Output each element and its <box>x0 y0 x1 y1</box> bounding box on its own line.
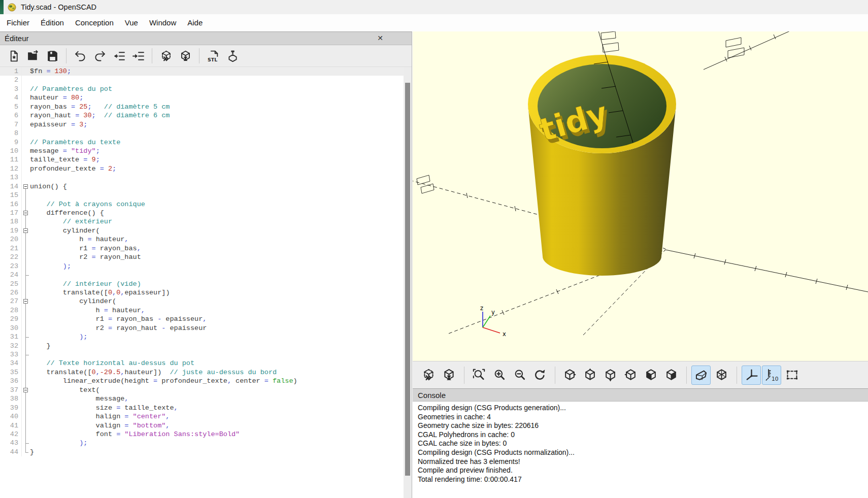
unindent-button[interactable] <box>109 47 128 65</box>
console-line: CGAL cache size in bytes: 0 <box>418 439 868 448</box>
toolbar-separator <box>555 367 555 384</box>
code-text: cylinder( <box>30 297 404 306</box>
view-right-button[interactable] <box>560 366 579 385</box>
new-file-button[interactable] <box>4 47 23 65</box>
fold-margin <box>21 103 30 111</box>
code-text: r1 = rayon_bas, <box>30 244 404 253</box>
fold-toggle-icon[interactable] <box>23 299 28 304</box>
fold-margin <box>21 324 30 333</box>
open-icon <box>27 50 40 62</box>
fold-margin <box>21 404 30 412</box>
show-scale-markers-icon: 10 <box>765 368 779 382</box>
editor-scrollbar[interactable] <box>404 67 412 498</box>
fold-margin <box>21 93 30 102</box>
editor-panel: Éditeur ✕ STL 1$fn = 130;23// Paramètres… <box>0 31 412 498</box>
fold-margin <box>21 306 30 315</box>
preview-button[interactable] <box>156 47 176 65</box>
save-icon <box>46 50 59 62</box>
fold-toggle-icon[interactable] <box>23 184 28 189</box>
fold-toggle-icon[interactable] <box>23 388 28 392</box>
toolbar-separator <box>66 48 66 63</box>
view-left-button[interactable] <box>621 366 640 385</box>
viewport-3d[interactable]: tidy tidy z y x <box>413 31 868 361</box>
fold-margin <box>21 262 30 271</box>
fold-margin <box>21 430 30 439</box>
fold-margin <box>21 111 30 120</box>
code-line: 42 font = "Liberation Sans:style=Bold" <box>0 430 404 439</box>
code-text: translate([0,0,epaisseur]) <box>30 288 404 297</box>
view-all-button[interactable] <box>782 366 802 385</box>
menu-edition[interactable]: Édition <box>35 14 70 31</box>
editor-close-button[interactable]: ✕ <box>374 33 386 44</box>
line-number: 2 <box>0 76 21 84</box>
fold-toggle-icon[interactable] <box>23 228 28 233</box>
show-scale-markers-button[interactable]: 10 <box>762 366 781 385</box>
perspective-button[interactable] <box>691 366 711 385</box>
x-axis-label: x <box>503 330 506 338</box>
preview-icon <box>422 368 436 382</box>
undo-button[interactable] <box>71 47 90 65</box>
fold-margin <box>21 155 30 164</box>
export-stl-button[interactable]: STL <box>204 47 223 65</box>
orthographic-button[interactable] <box>712 366 731 385</box>
editor-scrollbar-thumb[interactable] <box>405 83 410 476</box>
fold-margin <box>21 182 30 191</box>
code-line: 23 ); <box>0 262 404 271</box>
preview-button[interactable] <box>419 366 438 385</box>
view-front-icon <box>644 368 658 382</box>
z-axis-label: z <box>480 305 483 312</box>
code-text: } <box>30 448 404 456</box>
fold-toggle-icon[interactable] <box>23 211 28 215</box>
console-output[interactable]: Compiling design (CSG Products generatio… <box>413 402 868 484</box>
code-editor[interactable]: 1$fn = 130;23// Paramètres du pot4hauteu… <box>0 67 404 498</box>
zoom-in-button[interactable] <box>489 366 509 385</box>
zoom-all-button[interactable] <box>469 366 488 385</box>
code-text: ); <box>30 439 404 447</box>
render-icon <box>179 50 192 62</box>
fold-margin <box>21 315 30 323</box>
menu-fichier[interactable]: Fichier <box>1 14 35 31</box>
code-line: 22 r2 = rayon_haut <box>0 253 404 261</box>
save-button[interactable] <box>43 47 62 65</box>
line-number: 23 <box>0 262 21 271</box>
code-line: 10message = "tidy"; <box>0 147 404 155</box>
viewport-toolbar: 10 <box>413 361 868 388</box>
render-button[interactable] <box>176 47 195 65</box>
code-text: h = hauteur, <box>30 306 404 315</box>
fold-margin <box>21 209 30 217</box>
fold-margin <box>21 253 30 261</box>
code-line: 29 r1 = rayon_bas - epaisseur, <box>0 315 404 323</box>
reset-view-button[interactable] <box>530 366 549 385</box>
console-line: Geometries in cache: 4 <box>418 413 868 422</box>
fold-margin <box>21 164 30 173</box>
code-line: 27 cylinder( <box>0 297 404 306</box>
application-window: Tidy.scad - OpenSCAD FichierÉditionConce… <box>0 0 868 498</box>
view-right-icon <box>563 368 577 382</box>
render-button[interactable] <box>439 366 458 385</box>
toolbar-separator <box>686 367 687 384</box>
fold-margin <box>21 76 30 84</box>
code-line: 20 h = hauteur, <box>0 235 404 244</box>
right-pane: tidy tidy z y x 10 Console Compiling de <box>413 31 868 498</box>
line-number: 27 <box>0 297 21 306</box>
view-bottom-button[interactable] <box>600 366 620 385</box>
zoom-out-button[interactable] <box>510 366 529 385</box>
fold-margin <box>21 173 30 182</box>
view-top-button[interactable] <box>580 366 599 385</box>
open-button[interactable] <box>23 47 43 65</box>
view-front-button[interactable] <box>641 366 660 385</box>
menu-aide[interactable]: Aide <box>182 14 208 31</box>
menu-vue[interactable]: Vue <box>119 14 144 31</box>
print-3d-button[interactable] <box>223 47 242 65</box>
menu-window[interactable]: Window <box>144 14 182 31</box>
fold-margin <box>21 147 30 155</box>
menu-conception[interactable]: Conception <box>70 14 119 31</box>
view-back-button[interactable] <box>661 366 681 385</box>
window-title: Tidy.scad - OpenSCAD <box>21 3 96 11</box>
code-text: h = hauteur, <box>30 235 404 244</box>
code-text: r1 = rayon_bas - epaisseur, <box>30 315 404 323</box>
line-number: 15 <box>0 191 21 200</box>
indent-button[interactable] <box>128 47 148 65</box>
redo-button[interactable] <box>90 47 109 65</box>
show-axes-button[interactable] <box>742 366 761 385</box>
